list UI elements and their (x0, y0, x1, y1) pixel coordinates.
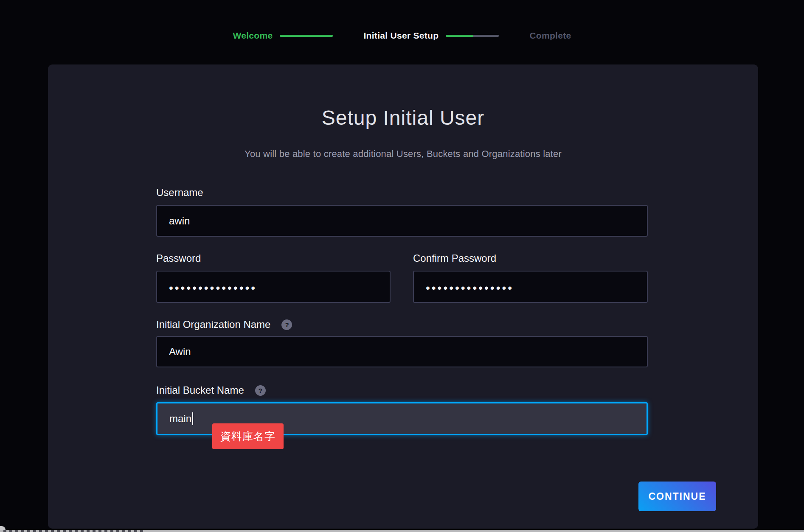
stepper-progress-line-initial-user-setup (446, 35, 499, 37)
text-cursor (192, 412, 193, 425)
organization-label: Initial Organization Name ? (156, 319, 292, 330)
username-label: Username (156, 187, 203, 199)
clipped-text-sliver (3, 530, 143, 532)
password-input[interactable] (156, 271, 391, 303)
bucket-input-value: main (169, 413, 191, 425)
password-label: Password (156, 252, 201, 264)
confirm-password-label-text: Confirm Password (413, 252, 496, 264)
setup-stepper: Welcome Initial User Setup Complete (0, 31, 804, 41)
password-label-text: Password (156, 252, 201, 264)
status-popup-corner (0, 526, 6, 530)
confirm-password-input[interactable] (413, 271, 648, 303)
username-label-text: Username (156, 187, 203, 199)
bottom-window-edge (0, 530, 804, 532)
stepper-progress-line-welcome (280, 35, 333, 37)
page-subtitle: You will be able to create additional Us… (48, 148, 758, 160)
organization-label-text: Initial Organization Name (156, 319, 270, 330)
organization-help-icon[interactable]: ? (281, 319, 292, 330)
setup-panel: Setup Initial User You will be able to c… (48, 64, 758, 529)
continue-button[interactable]: CONTINUE (638, 482, 716, 511)
page-title: Setup Initial User (48, 106, 758, 129)
stepper-label-initial-user-setup: Initial User Setup (363, 31, 439, 41)
stepper-step-complete: Complete (529, 31, 571, 41)
stepper-label-complete: Complete (529, 31, 571, 41)
bucket-label: Initial Bucket Name ? (156, 384, 266, 396)
stepper-step-welcome: Welcome (233, 31, 333, 41)
confirm-password-label: Confirm Password (413, 252, 496, 264)
stepper-step-initial-user-setup: Initial User Setup (363, 31, 499, 41)
bucket-name-tooltip: 資料庫名字 (212, 423, 284, 449)
stepper-label-welcome: Welcome (233, 31, 273, 41)
organization-input[interactable] (156, 336, 648, 367)
bucket-label-text: Initial Bucket Name (156, 384, 244, 396)
username-input[interactable] (156, 205, 648, 237)
bucket-help-icon[interactable]: ? (255, 385, 266, 396)
